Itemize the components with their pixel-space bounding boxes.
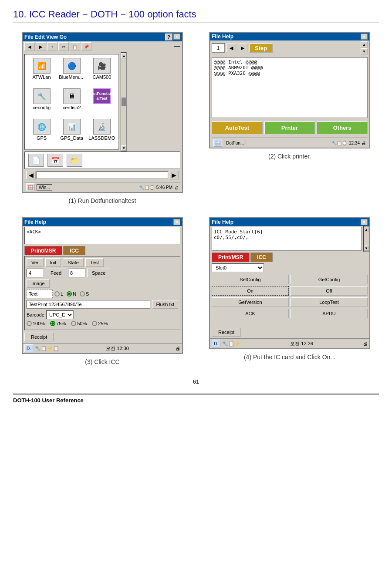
window4-taskbar: D. 🔧📋⚡ 오전 12:26 🖨 xyxy=(210,338,369,348)
step-button[interactable]: Step xyxy=(249,44,273,53)
feed-value[interactable] xyxy=(27,269,44,277)
content-line2: @@@@ ARM920T @@@@ xyxy=(214,65,365,71)
icc-scroll-up[interactable]: ▲ xyxy=(364,227,369,232)
pct-50[interactable]: 50% xyxy=(71,321,87,326)
toolbar-btn3[interactable]: ↑ xyxy=(47,42,57,51)
apdu-btn[interactable]: APDU xyxy=(291,309,368,318)
printer-btn[interactable]: Prnter xyxy=(264,121,315,134)
start-icon[interactable]: 🪟 xyxy=(26,183,35,191)
others-btn[interactable]: Others xyxy=(317,121,368,134)
tab4-print-msr[interactable]: Print/MSR xyxy=(212,253,250,262)
receipt-btn4[interactable]: Receipt xyxy=(212,328,241,337)
barcode-select[interactable]: UPC_E xyxy=(46,310,74,319)
icon-extra3[interactable]: 📁 xyxy=(67,154,82,167)
icon-atwlan[interactable]: 📶 ATWLan xyxy=(28,58,55,85)
icon-dotfunctional[interactable]: DotFunctionalTest xyxy=(88,88,115,115)
icon-extra1[interactable]: 📄 xyxy=(28,154,44,167)
icc-scroll-down[interactable]: ▼ xyxy=(364,246,369,251)
icc-scrollbar[interactable]: ▲ ▼ xyxy=(363,226,369,252)
step-scroll-down[interactable]: ▼ xyxy=(361,48,368,54)
icon-gps-data[interactable]: 📊 GPS_Data xyxy=(58,119,85,146)
ceconfig-icon: 🔧 xyxy=(33,88,51,104)
slot-select[interactable]: Slot0 xyxy=(212,263,264,272)
tab-icc[interactable]: ICC xyxy=(63,246,85,255)
space-btn[interactable]: Space xyxy=(87,269,110,277)
looptest-btn[interactable]: LoopTest xyxy=(291,297,368,307)
forward-btn[interactable]: ▶ xyxy=(36,42,46,51)
scrollbar1[interactable]: ▲ ▼ xyxy=(121,52,127,152)
tab-bar4: Print/MSR ICC xyxy=(210,252,369,262)
start-icon2[interactable]: 🪟 xyxy=(213,139,222,147)
init-btn[interactable]: Init xyxy=(45,258,61,267)
window3-taskbar: D. 🔧📋⚡📋 오전 12:30 🖨 xyxy=(23,343,182,353)
pct-25[interactable]: 25% xyxy=(92,321,108,326)
screenshot2-container: File Help × 1 ◀ ▶ Step ▲ ▼ @@@@ Intel @@… xyxy=(200,32,379,204)
d-btn3[interactable]: D. xyxy=(24,344,33,352)
scroll-down[interactable]: ▼ xyxy=(121,145,126,151)
toolbar-btn6[interactable]: 📌 xyxy=(81,42,91,51)
toolbar-btn4[interactable]: ✂ xyxy=(58,42,69,51)
toolbar-btn5[interactable]: 📋 xyxy=(70,42,80,51)
ctrl-row6: Barcode UPC_E xyxy=(27,310,178,319)
icon-gps[interactable]: 🌐 GPS xyxy=(28,119,55,146)
taskbar2-app[interactable]: DotFun... xyxy=(224,140,246,146)
receipt-btn3[interactable]: Receipt xyxy=(24,333,54,341)
off-btn[interactable]: Off xyxy=(291,286,368,296)
nav-left[interactable]: ◀ xyxy=(26,171,36,179)
icc-row4: ACK APDU xyxy=(212,309,368,318)
auto-test-btn[interactable]: AutoTest xyxy=(212,121,263,134)
icon-extra2[interactable]: 📅 xyxy=(47,154,63,167)
tab4-icc[interactable]: ICC xyxy=(250,253,273,262)
step-back[interactable]: ◀ xyxy=(226,44,236,52)
state-btn[interactable]: State xyxy=(63,258,84,267)
icon-bluemenu[interactable]: 🔵 BlueMenu... xyxy=(58,58,85,85)
pct-75[interactable]: 75% xyxy=(50,321,66,326)
ack-text: <ACK> xyxy=(27,229,41,235)
taskbar1-app[interactable]: Win... xyxy=(37,184,52,191)
scroll-up[interactable]: ▲ xyxy=(121,53,126,58)
close-btn2[interactable]: × xyxy=(361,34,368,40)
step-number: 1 xyxy=(212,43,225,53)
radio-N[interactable]: N xyxy=(67,291,76,297)
step-scroll-up[interactable]: ▲ xyxy=(361,41,368,47)
close-btn[interactable]: × xyxy=(173,34,180,40)
d-btn4[interactable]: D. xyxy=(212,340,220,347)
image-btn[interactable]: Image xyxy=(27,279,50,288)
pct-100[interactable]: 100% xyxy=(27,321,45,326)
icon-cam500[interactable]: 🎥 CAM500 xyxy=(88,58,115,85)
setconfig-btn[interactable]: SetConfig xyxy=(212,275,289,284)
flush-btn[interactable]: Flush txt xyxy=(152,300,178,309)
ack-btn[interactable]: ACK xyxy=(212,309,289,318)
test-btn[interactable]: Test xyxy=(85,258,104,267)
help-icon[interactable]: ? xyxy=(165,34,172,40)
scrollbar-right[interactable] xyxy=(174,46,180,47)
space-value[interactable] xyxy=(68,269,85,277)
caption3: (3) Click ICC xyxy=(85,358,119,365)
back-btn[interactable]: ◀ xyxy=(24,42,35,51)
cerdisp2-label: cerdisp2 xyxy=(63,105,81,110)
address-bar[interactable] xyxy=(37,171,168,179)
step-forward[interactable]: ▶ xyxy=(238,44,247,52)
icon-ceconfig[interactable]: 🔧 ceconfig xyxy=(28,88,55,115)
on-btn[interactable]: On xyxy=(212,286,289,296)
window2-title: File Help xyxy=(212,34,233,40)
radio-group: L N S xyxy=(54,291,89,297)
ver-btn[interactable]: Ver xyxy=(27,258,44,267)
radio-L[interactable]: L xyxy=(54,291,63,297)
dotfunctional-icon: DotFunctionalTest xyxy=(93,88,111,104)
pct-100-label: 100% xyxy=(33,321,45,326)
tab-print-msr[interactable]: Print/MSR xyxy=(24,246,62,255)
icon-lassdemo[interactable]: 🔬 LASSDEMO xyxy=(88,119,115,146)
text-input[interactable] xyxy=(27,290,53,298)
feed-btn[interactable]: Feed xyxy=(46,269,66,277)
test-print-input[interactable] xyxy=(27,300,150,309)
icon-cerdisp2[interactable]: 🖥 cerdisp2 xyxy=(58,88,85,115)
close-btn3[interactable]: × xyxy=(173,219,180,225)
step-toolbar: 1 ◀ ▶ Step ▲ ▼ xyxy=(210,40,369,55)
footer: DOTH-100 User Reference xyxy=(13,394,379,404)
getversion-btn[interactable]: GetVersion xyxy=(212,297,289,307)
radio-S[interactable]: S xyxy=(80,291,89,297)
getconfig-btn[interactable]: GetConfig xyxy=(291,275,368,284)
close-btn4[interactable]: × xyxy=(361,219,368,225)
nav-right[interactable]: ▶ xyxy=(169,171,179,179)
